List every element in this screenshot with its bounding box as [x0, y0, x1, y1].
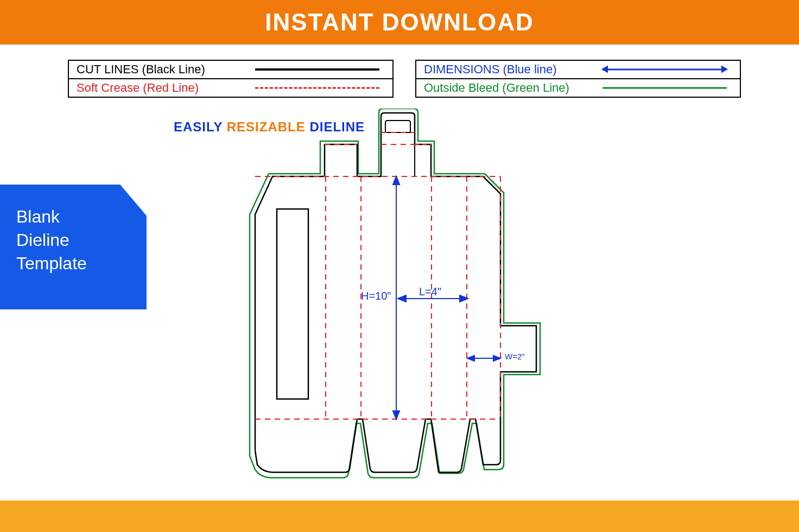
badge-line-3: Template: [16, 252, 130, 275]
dim-height-label: H=10": [361, 290, 391, 302]
legend: CUT LINES (Black Line) Soft Crease (Red …: [68, 60, 741, 98]
dim-width-label: W=2": [505, 352, 525, 361]
legend-label-cut: CUT LINES (Black Line): [77, 62, 255, 77]
dieline-canvas: H=10" L=4" W=2": [239, 109, 543, 499]
badge-line-2: Dieline: [16, 229, 130, 252]
legend-label-bleed: Outside Bleed (Green Line): [424, 81, 603, 95]
dimension-arrow-sample-icon: [603, 64, 732, 75]
badge-line-1: Blank: [16, 205, 130, 229]
legend-row-dimensions: DIMENSIONS (Blue line): [416, 61, 740, 78]
svg-marker-18: [467, 356, 474, 361]
svg-marker-15: [398, 295, 406, 302]
tagline-word-1: EASILY: [174, 119, 223, 134]
legend-row-cutlines: CUT LINES (Black Line): [69, 61, 392, 78]
crease-line-sample-icon: [255, 83, 385, 93]
legend-table-right: DIMENSIONS (Blue line) Outside Bleed (Gr…: [415, 60, 741, 98]
legend-table-left: CUT LINES (Black Line) Soft Crease (Red …: [68, 60, 394, 98]
bottom-banner: [0, 501, 799, 532]
top-banner-title: INSTANT DOWNLOAD: [265, 9, 534, 36]
legend-row-bleed: Outside Bleed (Green Line): [416, 78, 740, 97]
side-badge: Blank Dieline Template: [0, 185, 147, 309]
handle-slot: [385, 121, 410, 132]
svg-marker-13: [393, 411, 400, 419]
window-cut: [277, 209, 308, 399]
crease-lines: [255, 132, 500, 419]
dim-length-label: L=4": [419, 286, 441, 298]
cut-line-sample-icon: [255, 64, 385, 75]
dimension-lines: [393, 176, 500, 419]
legend-label-dim: DIMENSIONS (Blue line): [424, 62, 603, 77]
svg-marker-19: [493, 356, 500, 361]
legend-row-crease: Soft Crease (Red Line): [69, 78, 392, 97]
svg-marker-12: [393, 176, 400, 185]
dieline-svg: [239, 109, 543, 499]
top-banner: INSTANT DOWNLOAD: [0, 0, 799, 45]
bleed-outline: [250, 109, 540, 478]
bleed-line-sample-icon: [603, 83, 732, 93]
legend-label-crease: Soft Crease (Red Line): [77, 81, 255, 95]
